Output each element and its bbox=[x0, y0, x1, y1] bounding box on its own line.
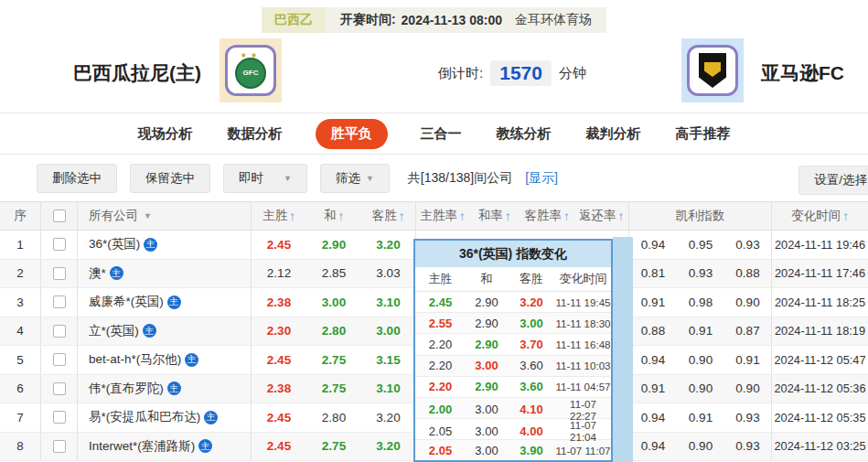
main-company-icon: 主 bbox=[185, 353, 198, 367]
change-time: 2024-11-11 18:19 bbox=[772, 317, 868, 346]
kelly-index: 0.91 bbox=[677, 403, 724, 432]
row-checkbox[interactable] bbox=[53, 382, 66, 395]
col-away-rate[interactable]: 客胜率↑ bbox=[520, 202, 574, 230]
home-team-name: 巴西瓜拉尼(主) bbox=[55, 60, 220, 86]
draw-odds[interactable]: 2.85 bbox=[306, 260, 361, 288]
home-odds[interactable]: 2.38 bbox=[252, 288, 306, 317]
home-odds[interactable]: 2.12 bbox=[252, 260, 306, 288]
row-number: 2 bbox=[0, 260, 41, 288]
kelly-index: 0.94 bbox=[629, 433, 677, 461]
away-odds[interactable]: 3.10 bbox=[361, 375, 416, 403]
col-away-odds[interactable]: 客胜↑ bbox=[361, 202, 416, 230]
row-checkbox[interactable] bbox=[53, 325, 66, 338]
main-company-icon: 主 bbox=[167, 295, 181, 309]
popup-change-time: 11-11 16:48 bbox=[555, 338, 611, 350]
sort-up-icon: ↑ bbox=[459, 210, 466, 223]
col-draw-rate[interactable]: 和率↑ bbox=[469, 202, 520, 230]
popup-change-time: 11-11 18:30 bbox=[555, 317, 611, 329]
popup-change-time: 11-11 10:03 bbox=[555, 360, 611, 371]
draw-odds[interactable]: 2.80 bbox=[306, 317, 361, 346]
row-checkbox[interactable] bbox=[53, 440, 66, 453]
tab-three-in-one[interactable]: 三合一 bbox=[419, 119, 464, 149]
popup-col-home: 主胜 bbox=[415, 271, 466, 287]
tab-data-analysis[interactable]: 数据分析 bbox=[226, 119, 284, 149]
tab-win-draw-lose[interactable]: 胜平负 bbox=[316, 119, 388, 149]
col-home-rate[interactable]: 主胜率↑ bbox=[416, 202, 469, 230]
company-label: 威廉希*(英国) bbox=[89, 294, 164, 310]
row-checkbox[interactable] bbox=[53, 353, 66, 366]
company-name[interactable]: 立*(英国)主 bbox=[78, 317, 252, 346]
row-number: 1 bbox=[0, 231, 41, 259]
away-odds[interactable]: 3.20 bbox=[361, 231, 416, 259]
kelly-index: 0.81 bbox=[629, 260, 677, 288]
draw-odds[interactable]: 2.80 bbox=[306, 403, 361, 432]
draw-odds[interactable]: 2.75 bbox=[306, 375, 361, 403]
select-all-checkbox-cell bbox=[41, 202, 78, 230]
main-company-icon: 主 bbox=[110, 266, 123, 280]
instant-dropdown[interactable]: 即时▼ bbox=[223, 164, 307, 193]
kelly-index: 0.91 bbox=[677, 317, 724, 346]
change-time: 2024-11-11 18:25 bbox=[772, 288, 868, 317]
home-odds[interactable]: 2.38 bbox=[252, 375, 306, 403]
popup-home-odds: 2.20 bbox=[415, 338, 466, 351]
row-checkbox[interactable] bbox=[53, 238, 66, 251]
draw-odds[interactable]: 3.00 bbox=[306, 288, 361, 317]
col-company[interactable]: 所有公司▼ bbox=[78, 202, 252, 230]
home-odds[interactable]: 2.45 bbox=[252, 346, 306, 374]
company-name[interactable]: 澳*主 bbox=[78, 260, 252, 288]
away-odds[interactable]: 3.00 bbox=[361, 317, 416, 346]
show-link[interactable]: [显示] bbox=[525, 170, 558, 187]
sort-up-icon: ↑ bbox=[289, 210, 295, 223]
row-number: 4 bbox=[0, 317, 41, 346]
main-company-icon: 主 bbox=[198, 439, 212, 453]
col-draw-rate-label: 和率 bbox=[478, 208, 503, 224]
kickoff-info: 开赛时间: 2024-11-13 08:00 金耳环体育场 bbox=[326, 7, 606, 33]
row-checkbox[interactable] bbox=[53, 411, 66, 424]
draw-odds[interactable]: 2.75 bbox=[306, 346, 361, 374]
tab-live-analysis[interactable]: 现场分析 bbox=[136, 119, 195, 149]
home-odds[interactable]: 2.45 bbox=[252, 433, 306, 461]
draw-odds[interactable]: 2.90 bbox=[306, 231, 361, 259]
col-home-odds[interactable]: 主胜↑ bbox=[252, 202, 306, 230]
popup-draw-odds: 3.00 bbox=[466, 444, 508, 457]
settings-select-button[interactable]: 设置/选择 bbox=[798, 166, 868, 195]
col-return-rate[interactable]: 返还率↑ bbox=[574, 202, 629, 230]
delete-selected-button[interactable]: 删除选中 bbox=[37, 164, 117, 193]
away-odds[interactable]: 3.10 bbox=[361, 288, 416, 317]
sort-up-icon: ↑ bbox=[338, 210, 344, 223]
select-all-checkbox[interactable] bbox=[53, 210, 66, 222]
countdown-label: 倒计时: bbox=[438, 65, 483, 82]
col-draw-odds[interactable]: 和↑ bbox=[306, 202, 361, 230]
keep-selected-button[interactable]: 保留选中 bbox=[130, 164, 210, 193]
row-checkbox[interactable] bbox=[53, 267, 66, 280]
popup-row: 2.003.004.1011-07 22:27 bbox=[415, 398, 611, 419]
filter-dropdown[interactable]: 筛选▼ bbox=[320, 164, 390, 193]
away-odds[interactable]: 3.15 bbox=[361, 346, 416, 374]
company-name[interactable]: 36*(英国)主 bbox=[78, 231, 252, 259]
away-team-name: 亚马逊FC bbox=[761, 60, 844, 86]
countdown: 倒计时: 1570 分钟 bbox=[402, 60, 622, 86]
home-odds[interactable]: 2.45 bbox=[252, 403, 306, 432]
row-number: 7 bbox=[0, 403, 41, 432]
company-name[interactable]: 易*(安提瓜和巴布达)主 bbox=[78, 403, 252, 432]
away-odds[interactable]: 3.03 bbox=[361, 260, 416, 288]
home-odds[interactable]: 2.45 bbox=[252, 231, 306, 259]
col-change-time[interactable]: 变化时间↑ bbox=[772, 202, 868, 230]
draw-odds[interactable]: 2.75 bbox=[306, 433, 361, 461]
popup-away-odds: 4.10 bbox=[508, 403, 555, 416]
tab-coach-analysis[interactable]: 教练分析 bbox=[495, 119, 553, 149]
home-odds[interactable]: 2.30 bbox=[252, 317, 306, 346]
tab-referee-analysis[interactable]: 裁判分析 bbox=[584, 119, 643, 149]
countdown-unit: 分钟 bbox=[559, 65, 586, 82]
venue: 金耳环体育场 bbox=[515, 12, 592, 28]
company-name[interactable]: 伟*(直布罗陀)主 bbox=[78, 375, 252, 403]
popup-home-odds: 2.20 bbox=[415, 359, 466, 372]
tab-expert-picks[interactable]: 高手推荐 bbox=[674, 119, 733, 149]
company-name[interactable]: 威廉希*(英国)主 bbox=[78, 288, 252, 317]
company-name[interactable]: Interwet*(塞浦路斯)主 bbox=[78, 433, 252, 461]
company-name[interactable]: bet-at-h*(马尔他)主 bbox=[78, 346, 252, 374]
kelly-index: 0.91 bbox=[629, 288, 677, 317]
row-checkbox[interactable] bbox=[53, 295, 66, 308]
away-odds[interactable]: 3.20 bbox=[361, 403, 416, 432]
away-odds[interactable]: 3.20 bbox=[361, 433, 416, 461]
